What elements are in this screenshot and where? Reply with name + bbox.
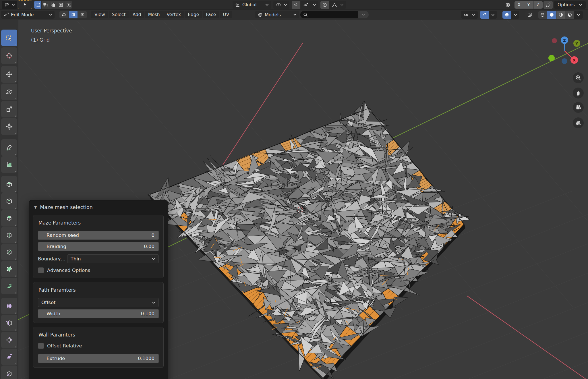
random-seed-slider[interactable]: Random seed 0 — [38, 231, 159, 240]
tool-move-button[interactable] — [1, 66, 17, 83]
tool-rotate-button[interactable] — [1, 84, 17, 100]
mirror-button[interactable] — [502, 1, 513, 9]
shading-wireframe-button[interactable] — [538, 11, 547, 19]
active-tool-selector[interactable] — [2, 1, 17, 9]
tool-inset-faces-button[interactable] — [1, 193, 17, 210]
tool-loop-cut-button[interactable] — [1, 227, 17, 243]
active-tool-button[interactable] — [18, 0, 32, 9]
transform-icon — [5, 123, 13, 130]
falloff-curve-icon — [332, 2, 337, 8]
menu-view[interactable]: View — [91, 11, 108, 18]
tool-shrink-fatten-button[interactable] — [1, 332, 17, 348]
show-overlays-toggle[interactable] — [502, 11, 511, 19]
tool-shear-button[interactable] — [1, 349, 17, 365]
chevron-down-icon — [265, 4, 269, 6]
shading-rendered-button[interactable] — [565, 11, 574, 19]
extrude-slider[interactable]: Extrude 0.1000 — [38, 354, 159, 363]
options-label: Options — [558, 2, 575, 7]
camera-view-button[interactable] — [573, 102, 584, 113]
tool-extrude-region-button[interactable] — [1, 176, 17, 193]
proportional-falloff-dropdown[interactable] — [329, 1, 346, 9]
tool-transform-button[interactable] — [1, 118, 17, 135]
width-slider[interactable]: Width 0.100 — [38, 309, 159, 318]
menu-select[interactable]: Select — [109, 11, 129, 18]
mirror-axis-group: X Y Z — [514, 1, 543, 9]
tool-scale-button[interactable] — [1, 101, 17, 117]
tool-select-box-button[interactable] — [1, 30, 17, 46]
vertex-select-button[interactable] — [59, 11, 68, 18]
panel-header[interactable]: ▼ Maze mesh selection — [29, 200, 168, 214]
transform-orientation-dropdown[interactable]: Global — [233, 1, 271, 9]
select-intersect-button[interactable] — [65, 1, 72, 9]
pan-button[interactable] — [573, 88, 584, 98]
search-collapse-button[interactable] — [358, 11, 369, 18]
snap-toggle-button[interactable] — [292, 1, 300, 9]
3d-viewport[interactable]: User Perspective (1) Grid ZYX ▼ Maze mes… — [0, 20, 588, 379]
slider-value: 0.00 — [144, 244, 154, 249]
boundary-label: Boundary… — [38, 256, 67, 262]
section-title: Maze Parameters — [38, 220, 159, 226]
tool-edge-slide-button[interactable] — [1, 315, 17, 331]
menu-edge[interactable]: Edge — [185, 11, 202, 18]
overlays-dropdown[interactable] — [511, 11, 519, 19]
proportional-editing-toggle[interactable] — [320, 1, 329, 9]
ortho-toggle-button[interactable] — [573, 117, 584, 128]
snap-to-dropdown[interactable] — [301, 1, 318, 9]
shading-solid-button[interactable] — [547, 11, 556, 19]
shading-material-button[interactable] — [556, 11, 565, 19]
spin-icon — [5, 282, 13, 290]
tool-measure-button[interactable] — [1, 156, 17, 173]
xray-toggle[interactable] — [525, 11, 534, 19]
svg-text:Z: Z — [563, 38, 566, 42]
select-invert-button[interactable] — [57, 1, 65, 9]
tool-knife-button[interactable] — [1, 244, 17, 260]
tool-poly-build-button[interactable] — [1, 261, 17, 277]
tool-annotate-button[interactable] — [1, 139, 17, 156]
orientation-axes-icon — [235, 2, 241, 8]
tool-rip-region-button[interactable] — [1, 366, 17, 379]
menu-vertex[interactable]: Vertex — [163, 11, 184, 18]
chevron-down-icon — [472, 14, 475, 16]
navigation-gizmo[interactable]: ZYX — [542, 31, 588, 69]
select-extend-button[interactable] — [42, 1, 49, 9]
slider-label: Width — [47, 311, 60, 316]
face-select-button[interactable] — [78, 11, 87, 18]
snap-base-button[interactable] — [543, 1, 553, 9]
show-gizmo-toggle[interactable] — [480, 11, 489, 19]
select-set-button[interactable] — [34, 1, 41, 9]
collapse-triangle-icon[interactable]: ▼ — [34, 205, 37, 209]
xray-icon — [527, 12, 533, 18]
zoom-button[interactable] — [573, 72, 584, 83]
braiding-slider[interactable]: Braiding 0.00 — [38, 242, 159, 251]
search-input[interactable] — [300, 11, 358, 18]
tool-bevel-button[interactable] — [1, 210, 17, 227]
mirror-z-button[interactable]: Z — [533, 1, 543, 9]
path-type-dropdown[interactable]: Offset — [38, 298, 159, 307]
mode-dropdown[interactable]: Edit Mode — [1, 11, 55, 19]
mirror-x-button[interactable]: X — [514, 1, 524, 9]
advanced-options-checkbox[interactable] — [38, 267, 44, 273]
shading-dropdown[interactable] — [574, 11, 583, 19]
asset-library-dropdown[interactable]: Models — [255, 11, 299, 18]
options-dropdown[interactable]: Options — [554, 1, 586, 9]
select-subtract-button[interactable] — [49, 1, 57, 9]
show-hide-dropdown[interactable] — [461, 11, 478, 19]
proportional-icon — [322, 2, 328, 8]
gizmo-dropdown[interactable] — [489, 11, 497, 19]
menu-mesh[interactable]: Mesh — [145, 11, 163, 18]
mirror-y-button[interactable]: Y — [524, 1, 533, 9]
slider-label: Random seed — [47, 233, 79, 238]
pivot-point-dropdown[interactable] — [273, 1, 289, 9]
tool-spin-button[interactable] — [1, 278, 17, 294]
chevron-down-icon — [284, 4, 287, 6]
menu-face[interactable]: Face — [203, 11, 219, 18]
boundary-dropdown[interactable]: Thin — [67, 254, 159, 263]
edge-select-button[interactable] — [69, 11, 78, 18]
mirror-butterfly-icon — [505, 2, 511, 8]
slider-value: 0 — [152, 233, 155, 238]
tool-smooth-button[interactable] — [1, 298, 17, 314]
menu-uv[interactable]: UV — [220, 11, 232, 18]
offset-relative-checkbox[interactable] — [38, 343, 44, 349]
menu-add[interactable]: Add — [129, 11, 144, 18]
tool-cursor-button[interactable] — [1, 47, 17, 64]
